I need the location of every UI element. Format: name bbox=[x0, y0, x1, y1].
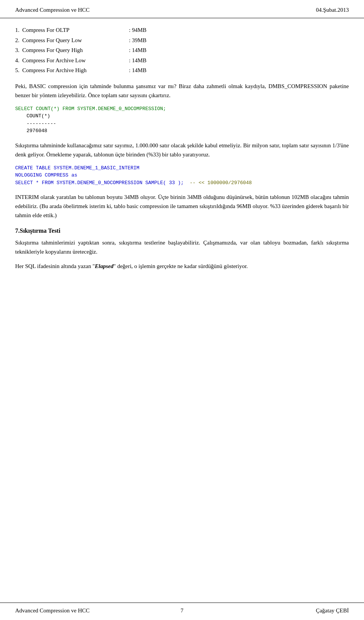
list-item: 2. Compress For Query Low : 39MB bbox=[15, 36, 349, 45]
page-footer: Advanced Compression ve HCC 7 Çağatay ÇE… bbox=[0, 603, 364, 620]
list-item: 4. Compress For Archive Low : 14MB bbox=[15, 56, 349, 65]
header-date: 04.Şubat.2013 bbox=[316, 7, 349, 13]
list-item-label-1: 1. Compress For OLTP bbox=[15, 26, 129, 35]
paragraph-5: Her SQL ifadesinin altında yazan "Elapse… bbox=[15, 262, 349, 271]
paragraph-3: INTERIM olarak yaratılan bu tablonun boy… bbox=[15, 192, 349, 220]
sql-output-col: COUNT(*) bbox=[27, 112, 349, 120]
header-title-left: Advanced Compression ve HCC bbox=[15, 7, 89, 13]
paragraph-2: Sıkıştırma tahmininde kullanacağımız sat… bbox=[15, 141, 349, 159]
list-item-value-1: : 94MB bbox=[129, 26, 146, 35]
list-item-label-5: 5. Compress For Archive High bbox=[15, 66, 129, 75]
sql-output-sep: ---------- bbox=[27, 120, 349, 128]
list-item-value-4: : 14MB bbox=[129, 56, 146, 65]
list-item-label-4: 4. Compress For Archive Low bbox=[15, 56, 129, 65]
sql-create-line: CREATE TABLE SYSTEM.DENEME_1_BASIC_INTER… bbox=[15, 164, 349, 172]
list-item: 5. Compress For Archive High : 14MB bbox=[15, 66, 349, 75]
list-item: 3. Compress For Query High : 14MB bbox=[15, 46, 349, 55]
sql-block-2: CREATE TABLE SYSTEM.DENEME_1_BASIC_INTER… bbox=[15, 164, 349, 187]
paragraph-5-prefix: Her SQL ifadesinin altında yazan " bbox=[15, 263, 95, 269]
footer-page-number: 7 bbox=[180, 607, 184, 614]
footer-author: Çağatay ÇEBİ bbox=[316, 607, 349, 614]
sql-block-1: SELECT COUNT(*) FROM SYSTEM.DENEME_0_NOC… bbox=[15, 105, 349, 135]
paragraph-5-suffix: " değeri, o işlemin gerçekte ne kadar sü… bbox=[113, 263, 248, 269]
paragraph-4: Sıkıştırma tahminlerimizi yaptıktan sonr… bbox=[15, 238, 349, 256]
paragraph-1: Peki, BASIC compression için tahminde bu… bbox=[15, 82, 349, 100]
list-item-label-2: 2. Compress For Query Low bbox=[15, 36, 129, 45]
sql-select-line: SELECT COUNT(*) FROM SYSTEM.DENEME_0_NOC… bbox=[15, 105, 349, 113]
page: Advanced Compression ve HCC 04.Şubat.201… bbox=[0, 0, 364, 620]
elapsed-word: Elapsed bbox=[95, 263, 113, 269]
page-header: Advanced Compression ve HCC 04.Şubat.201… bbox=[0, 0, 364, 18]
sql-output-block: COUNT(*) ---------- 2976048 bbox=[27, 112, 349, 135]
list-item-value-5: : 14MB bbox=[129, 66, 146, 75]
footer-title-left: Advanced Compression ve HCC bbox=[15, 607, 89, 614]
sql-select-from-line: SELECT * FROM SYSTEM.DENEME_0_NOCOMPRESS… bbox=[15, 179, 349, 187]
sql-output-val: 2976048 bbox=[27, 127, 349, 135]
list-item-value-2: : 39MB bbox=[129, 36, 146, 45]
list-item: 1. Compress For OLTP : 94MB bbox=[15, 26, 349, 35]
compression-list: 1. Compress For OLTP : 94MB 2. Compress … bbox=[15, 26, 349, 75]
section-7-heading: 7.Sıkıştırma Testi bbox=[15, 227, 349, 234]
list-item-label-3: 3. Compress For Query High bbox=[15, 46, 129, 55]
main-content: 1. Compress For OLTP : 94MB 2. Compress … bbox=[0, 26, 364, 299]
list-item-value-3: : 14MB bbox=[129, 46, 146, 55]
sql-nologging-line: NOLOGGING COMPRESS as bbox=[15, 172, 349, 179]
